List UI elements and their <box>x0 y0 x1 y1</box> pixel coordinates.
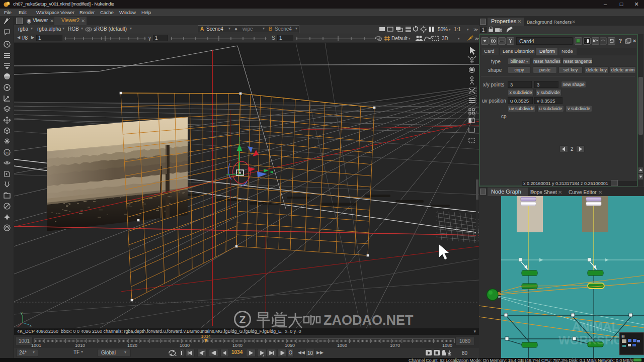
svg-text:▾: ▾ <box>458 37 460 40</box>
svg-text:ANIMAL: ANIMAL <box>572 320 619 333</box>
svg-text:1060: 1060 <box>337 343 347 348</box>
svg-text:▮▮: ▮▮ <box>621 335 625 338</box>
svg-text:▾: ▾ <box>409 37 411 40</box>
svg-text:Default: Default <box>391 36 408 41</box>
svg-text:▾: ▾ <box>467 28 469 31</box>
svg-text:1020: 1020 <box>127 343 137 348</box>
svg-text:80: 80 <box>462 350 468 356</box>
svg-text:Z: Z <box>239 314 246 325</box>
svg-text:1050: 1050 <box>285 343 295 348</box>
svg-text:▾: ▾ <box>449 28 451 31</box>
svg-text:≫: ≫ <box>474 36 479 41</box>
svg-text:≫: ≫ <box>473 27 478 32</box>
svg-text:1080: 1080 <box>442 343 452 348</box>
svg-text:50%: 50% <box>438 27 448 32</box>
svg-text:1010: 1010 <box>75 343 85 348</box>
svg-text:x: x <box>30 324 32 327</box>
svg-text:1001: 1001 <box>31 343 41 348</box>
svg-text:D: D <box>6 151 9 155</box>
svg-text:ZAODAO.NET: ZAODAO.NET <box>324 313 414 328</box>
svg-text:1040: 1040 <box>232 343 243 348</box>
svg-text:y: y <box>21 311 23 315</box>
svg-text:1030: 1030 <box>180 343 190 348</box>
svg-text:1:1: 1:1 <box>454 27 461 32</box>
svg-text:1070: 1070 <box>390 343 400 348</box>
svg-text:1034: 1034 <box>201 335 211 339</box>
svg-text:3D: 3D <box>442 36 448 41</box>
